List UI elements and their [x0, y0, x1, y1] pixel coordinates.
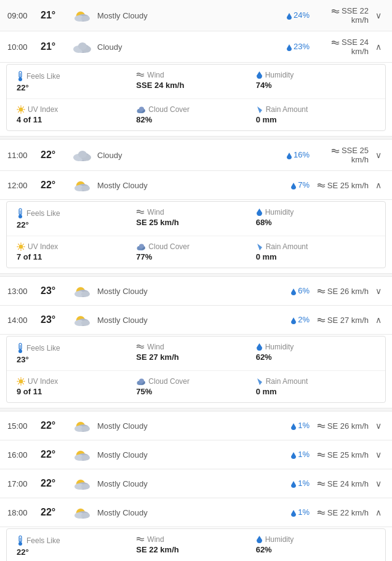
condition-h13: Mostly Cloudy — [97, 287, 278, 296]
detail-row-top-h14: Feels Like 23° Wind SE 27 km/h — [7, 336, 385, 371]
weather-row-h18[interactable]: 18:00 22° Mostly Cloudy 1% SE 22 km/h ∧ — [0, 498, 392, 527]
svg-line-19 — [18, 111, 18, 112]
temp-h09: 21° — [41, 10, 68, 21]
temp-h14: 23° — [41, 314, 68, 325]
svg-rect-10 — [20, 73, 21, 78]
weather-row-h15[interactable]: 15:00 22° Mostly Cloudy 1% SE 26 km/h ∨ — [0, 412, 392, 440]
detail-row-bottom-h12: UV Index 7 of 11 Cloud Cover — [7, 236, 385, 268]
svg-point-30 — [81, 186, 90, 191]
weather-row-h16[interactable]: 16:00 22° Mostly Cloudy 1% SE 25 km/h ∨ — [0, 440, 392, 469]
weather-row-h17[interactable]: 17:00 22° Mostly Cloudy 1% SE 24 km/h ∨ — [0, 469, 392, 498]
svg-line-41 — [23, 244, 23, 244]
precip-h14: 2% — [281, 315, 310, 324]
uv-value-h14: 9 of 11 — [17, 387, 136, 396]
weather-row-h14[interactable]: 14:00 23° Mostly Cloudy 2% SE 27 km/h ∧ — [0, 306, 392, 335]
feels-like-value-h12: 22° — [17, 220, 136, 229]
temp-h10: 21° — [41, 41, 68, 52]
time-h16: 16:00 — [7, 450, 37, 460]
wind-cell-h14: Wind SE 27 km/h — [136, 343, 255, 364]
humidity-label-h10: Humidity — [256, 71, 375, 79]
svg-point-49 — [81, 292, 90, 297]
cloud-cell-h10: Cloud Cover 82% — [136, 105, 255, 124]
feels-like-label-h10: Feels Like — [17, 71, 136, 82]
weather-icon-h14 — [71, 312, 94, 328]
svg-point-22 — [139, 106, 144, 111]
precip-h13: 6% — [281, 286, 310, 295]
weather-row-h11[interactable]: 11:00 22° Cloudy 16% SSE 25 km/h ∨ — [0, 140, 392, 171]
chevron-h09[interactable]: ∨ — [372, 10, 385, 20]
chevron-h16[interactable]: ∨ — [372, 450, 385, 460]
chevron-h11[interactable]: ∨ — [372, 150, 385, 160]
cloud-label-h12: Cloud Cover — [136, 242, 255, 251]
detail-panel-h18: Feels Like 22° Wind SE 22 km/h — [6, 528, 386, 561]
weather-row-h13[interactable]: 13:00 23° Mostly Cloudy 6% SE 26 km/h ∨ — [0, 277, 392, 306]
humidity-label-h12: Humidity — [256, 208, 375, 217]
humidity-label-h14: Humidity — [256, 343, 375, 351]
chevron-h13[interactable]: ∨ — [372, 286, 385, 296]
humidity-label-h18: Humidity — [256, 535, 375, 544]
condition-h18: Mostly Cloudy — [97, 508, 278, 517]
precip-h15: 1% — [281, 421, 310, 430]
time-h12: 12:00 — [7, 181, 37, 190]
precip-h18: 1% — [281, 507, 310, 517]
chevron-h14[interactable]: ∧ — [372, 315, 385, 325]
detail-panel-h12: Feels Like 22° Wind SE 25 km/h — [6, 201, 386, 268]
rain-value-h12: 0 mm — [256, 252, 375, 261]
chevron-h18[interactable]: ∧ — [372, 507, 385, 517]
condition-h15: Mostly Cloudy — [97, 421, 278, 431]
svg-point-86 — [18, 542, 22, 546]
svg-line-16 — [18, 106, 18, 107]
wind-h17: SE 24 km/h — [313, 479, 369, 488]
cloud-cell-h14: Cloud Cover 75% — [136, 377, 255, 396]
wind-h13: SE 26 km/h — [313, 287, 369, 296]
svg-point-9 — [18, 78, 22, 81]
weather-icon-h16 — [71, 447, 94, 463]
wind-value-h18: SE 22 km/h — [136, 545, 255, 554]
humidity-cell-h18: Humidity 62% — [256, 535, 375, 557]
svg-point-57 — [19, 380, 23, 384]
rain-value-h10: 0 mm — [256, 115, 375, 124]
rain-label-h10: Rain Amount — [256, 105, 375, 114]
precip-h10: 23% — [281, 42, 310, 51]
condition-h10: Cloudy — [97, 42, 278, 52]
uv-label-h10: UV Index — [17, 105, 136, 114]
weather-row-h09[interactable]: 09:00 21° Mostly Cloudy 24% SSE 22 km/h … — [0, 0, 392, 31]
svg-line-42 — [18, 249, 18, 249]
chevron-h17[interactable]: ∨ — [372, 479, 385, 488]
chevron-h10[interactable]: ∧ — [372, 42, 385, 52]
feels-like-cell-h18: Feels Like 22° — [17, 535, 136, 557]
condition-h09: Mostly Cloudy — [97, 11, 278, 20]
cloud-label-h14: Cloud Cover — [136, 377, 255, 386]
weather-icon-h13 — [71, 283, 94, 299]
time-h18: 18:00 — [7, 508, 37, 517]
chevron-h12[interactable]: ∧ — [372, 180, 385, 190]
svg-line-65 — [18, 383, 18, 384]
weather-row-h12[interactable]: 12:00 22° Mostly Cloudy 7% SE 25 km/h ∧ — [0, 171, 392, 200]
wind-label-h14: Wind — [136, 343, 255, 351]
detail-row-bottom-h10: UV Index 4 of 11 Cloud Cover — [7, 99, 385, 130]
svg-point-11 — [19, 108, 23, 112]
wind-h15: SE 26 km/h — [313, 421, 369, 431]
wind-h12: SE 25 km/h — [313, 181, 369, 190]
humidity-cell-h10: Humidity 74% — [256, 71, 375, 92]
temp-h13: 23° — [41, 285, 68, 296]
svg-line-40 — [23, 249, 23, 249]
feels-like-cell-h12: Feels Like 22° — [17, 208, 136, 229]
svg-rect-33 — [20, 210, 21, 215]
svg-point-7 — [78, 42, 87, 50]
weather-row-h10[interactable]: 10:00 21° Cloudy 23% SSE 24 km/h ∧ — [0, 31, 392, 63]
wind-value-h12: SE 25 km/h — [136, 218, 255, 227]
time-h14: 14:00 — [7, 316, 37, 325]
detail-row-top-h18: Feels Like 22° Wind SE 22 km/h — [7, 529, 385, 561]
condition-h16: Mostly Cloudy — [97, 450, 278, 460]
chevron-h15[interactable]: ∨ — [372, 421, 385, 431]
wind-label-h12: Wind — [136, 208, 255, 217]
time-h15: 15:00 — [7, 421, 37, 431]
wind-h16: SE 25 km/h — [313, 450, 369, 460]
wind-h18: SE 22 km/h — [313, 508, 369, 517]
weather-icon-h15 — [71, 418, 94, 434]
svg-rect-56 — [20, 345, 21, 349]
svg-point-72 — [81, 426, 90, 432]
uv-cell-h12: UV Index 7 of 11 — [17, 242, 136, 261]
cloud-value-h12: 77% — [136, 252, 255, 261]
